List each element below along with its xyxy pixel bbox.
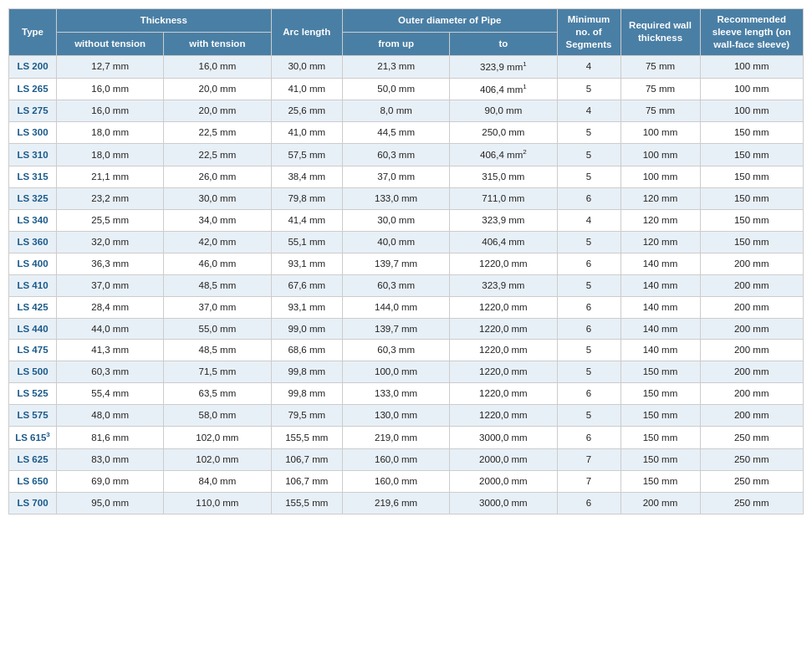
- cell-type: LS 200: [9, 55, 57, 78]
- cell-no-tension: 21,1 mm: [57, 166, 164, 187]
- cell-req-wall: 75 mm: [620, 78, 700, 100]
- cell-from: 219,0 mm: [343, 427, 450, 449]
- cell-arc: 41,0 mm: [271, 122, 343, 144]
- cell-to: 406,4 mm2: [450, 144, 557, 166]
- cell-arc: 93,1 mm: [271, 253, 343, 274]
- table-row: LS 62583,0 mm102,0 mm106,7 mm160,0 mm200…: [9, 449, 804, 471]
- cell-req-wall: 120 mm: [620, 209, 700, 231]
- cell-rec-sleeve: 200 mm: [700, 253, 804, 274]
- cell-from: 133,0 mm: [343, 187, 450, 209]
- table-row: LS 40036,3 mm46,0 mm93,1 mm139,7 mm1220,…: [9, 253, 804, 274]
- cell-to: 1220,0 mm: [450, 318, 557, 340]
- cell-req-wall: 150 mm: [620, 405, 700, 427]
- cell-with-tension: 20,0 mm: [164, 78, 271, 100]
- cell-type: LS 325: [9, 187, 57, 209]
- cell-arc: 93,1 mm: [271, 296, 343, 318]
- table-row: LS 70095,0 mm110,0 mm155,5 mm219,6 mm300…: [9, 492, 804, 514]
- cell-with-tension: 22,5 mm: [164, 122, 271, 144]
- cell-rec-sleeve: 150 mm: [700, 187, 804, 209]
- cell-req-wall: 150 mm: [620, 383, 700, 405]
- cell-to: 2000,0 mm: [450, 449, 557, 471]
- cell-rec-sleeve: 150 mm: [700, 209, 804, 231]
- cell-req-wall: 75 mm: [620, 55, 700, 78]
- cell-arc: 25,6 mm: [271, 100, 343, 122]
- cell-req-wall: 100 mm: [620, 166, 700, 187]
- cell-min-seg: 6: [557, 296, 620, 318]
- cell-no-tension: 12,7 mm: [57, 55, 164, 78]
- cell-with-tension: 71,5 mm: [164, 361, 271, 383]
- cell-type: LS 525: [9, 383, 57, 405]
- table-row: LS 44044,0 mm55,0 mm99,0 mm139,7 mm1220,…: [9, 318, 804, 340]
- cell-type: LS 425: [9, 296, 57, 318]
- cell-req-wall: 140 mm: [620, 340, 700, 361]
- cell-req-wall: 150 mm: [620, 361, 700, 383]
- header-outer-diam: Outer diameter of Pipe: [343, 9, 558, 33]
- cell-no-tension: 23,2 mm: [57, 187, 164, 209]
- header-thickness-with: with tension: [164, 32, 271, 55]
- cell-no-tension: 32,0 mm: [57, 231, 164, 253]
- cell-from: 40,0 mm: [343, 231, 450, 253]
- cell-from: 133,0 mm: [343, 383, 450, 405]
- cell-min-seg: 4: [557, 209, 620, 231]
- cell-min-seg: 6: [557, 427, 620, 449]
- cell-with-tension: 37,0 mm: [164, 296, 271, 318]
- table-row: LS 615381,6 mm102,0 mm155,5 mm219,0 mm30…: [9, 427, 804, 449]
- cell-rec-sleeve: 150 mm: [700, 231, 804, 253]
- cell-min-seg: 6: [557, 318, 620, 340]
- cell-type: LS 265: [9, 78, 57, 100]
- cell-from: 219,6 mm: [343, 492, 450, 514]
- cell-with-tension: 30,0 mm: [164, 187, 271, 209]
- cell-with-tension: 102,0 mm: [164, 449, 271, 471]
- cell-with-tension: 58,0 mm: [164, 405, 271, 427]
- cell-arc: 79,5 mm: [271, 405, 343, 427]
- cell-from: 30,0 mm: [343, 209, 450, 231]
- cell-req-wall: 150 mm: [620, 470, 700, 492]
- table-row: LS 31018,0 mm22,5 mm57,5 mm60,3 mm406,4 …: [9, 144, 804, 166]
- cell-req-wall: 140 mm: [620, 318, 700, 340]
- header-type: Type: [9, 9, 57, 56]
- cell-with-tension: 55,0 mm: [164, 318, 271, 340]
- table-row: LS 42528,4 mm37,0 mm93,1 mm144,0 mm1220,…: [9, 296, 804, 318]
- cell-rec-sleeve: 250 mm: [700, 470, 804, 492]
- cell-min-seg: 6: [557, 187, 620, 209]
- cell-arc: 30,0 mm: [271, 55, 343, 78]
- cell-min-seg: 4: [557, 55, 620, 78]
- cell-req-wall: 200 mm: [620, 492, 700, 514]
- cell-min-seg: 7: [557, 470, 620, 492]
- cell-no-tension: 81,6 mm: [57, 427, 164, 449]
- cell-with-tension: 110,0 mm: [164, 492, 271, 514]
- cell-type: LS 300: [9, 122, 57, 144]
- cell-rec-sleeve: 250 mm: [700, 492, 804, 514]
- table-row: LS 41037,0 mm48,5 mm67,6 mm60,3 mm323,9 …: [9, 274, 804, 296]
- cell-type: LS 650: [9, 470, 57, 492]
- cell-to: 90,0 mm: [450, 100, 557, 122]
- cell-with-tension: 22,5 mm: [164, 144, 271, 166]
- cell-rec-sleeve: 100 mm: [700, 78, 804, 100]
- header-outer-to: to: [450, 32, 557, 55]
- table-row: LS 27516,0 mm20,0 mm25,6 mm8,0 mm90,0 mm…: [9, 100, 804, 122]
- cell-no-tension: 16,0 mm: [57, 100, 164, 122]
- cell-min-seg: 5: [557, 166, 620, 187]
- cell-from: 50,0 mm: [343, 78, 450, 100]
- cell-rec-sleeve: 150 mm: [700, 166, 804, 187]
- main-table: Type Thickness Arc length Outer diameter…: [8, 8, 804, 514]
- cell-to: 3000,0 mm: [450, 427, 557, 449]
- cell-to: 3000,0 mm: [450, 492, 557, 514]
- cell-to: 323,9 mm: [450, 209, 557, 231]
- cell-with-tension: 63,5 mm: [164, 383, 271, 405]
- cell-arc: 99,0 mm: [271, 318, 343, 340]
- cell-min-seg: 5: [557, 361, 620, 383]
- cell-arc: 99,8 mm: [271, 361, 343, 383]
- cell-from: 21,3 mm: [343, 55, 450, 78]
- cell-no-tension: 36,3 mm: [57, 253, 164, 274]
- cell-rec-sleeve: 100 mm: [700, 55, 804, 78]
- cell-no-tension: 18,0 mm: [57, 122, 164, 144]
- cell-to: 711,0 mm: [450, 187, 557, 209]
- header-outer-from: from up: [343, 32, 450, 55]
- cell-with-tension: 48,5 mm: [164, 340, 271, 361]
- cell-no-tension: 25,5 mm: [57, 209, 164, 231]
- cell-arc: 41,4 mm: [271, 209, 343, 231]
- cell-arc: 67,6 mm: [271, 274, 343, 296]
- cell-min-seg: 6: [557, 383, 620, 405]
- cell-rec-sleeve: 200 mm: [700, 405, 804, 427]
